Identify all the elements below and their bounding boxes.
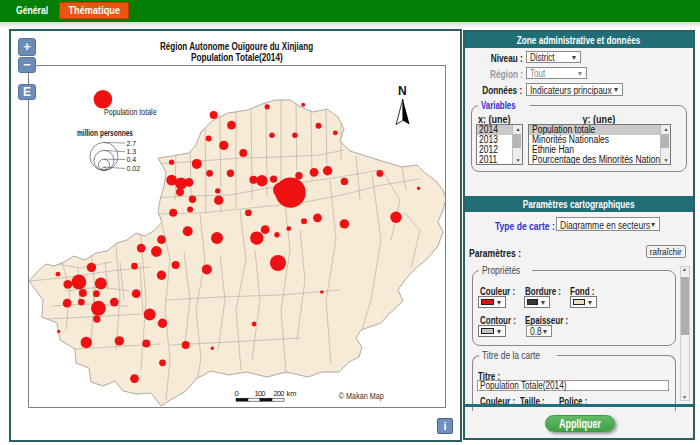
svg-text:© Makan Map: © Makan Map [339, 391, 384, 401]
svg-text:100: 100 [255, 389, 266, 398]
svg-text:0.4: 0.4 [127, 156, 137, 163]
svg-text:0: 0 [235, 389, 239, 398]
svg-text:million personnes: million personnes [77, 128, 133, 138]
svg-text:Population totale: Population totale [104, 107, 157, 117]
svg-text:1.3: 1.3 [127, 148, 137, 155]
svg-text:2.7: 2.7 [127, 140, 137, 147]
svg-text:km: km [287, 389, 297, 398]
svg-text:N: N [398, 84, 407, 98]
svg-text:0.02: 0.02 [127, 165, 141, 172]
svg-text:200: 200 [274, 389, 285, 398]
